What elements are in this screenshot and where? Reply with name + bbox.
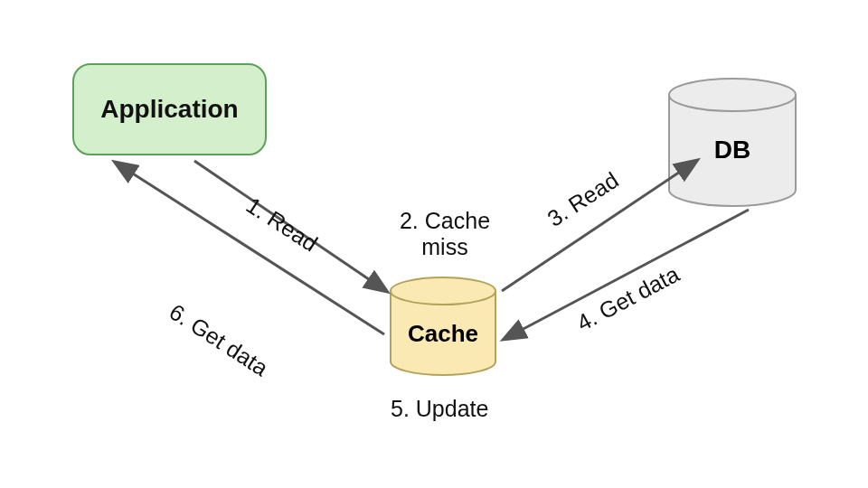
cache-label: Cache xyxy=(408,320,478,347)
diagram-canvas: DB Cache Application 1. Read 2. Cache mi… xyxy=(0,0,868,488)
application-node: Application xyxy=(72,63,267,155)
db-label: DB xyxy=(714,136,750,164)
db-node: DB xyxy=(669,79,796,206)
svg-point-1 xyxy=(391,277,495,305)
application-label: Application xyxy=(100,95,238,124)
step-2-label: 2. Cache miss xyxy=(391,208,499,260)
cache-node: Cache xyxy=(391,277,495,375)
step-5-label: 5. Update xyxy=(391,396,488,422)
arrow-getdata-cache-to-app xyxy=(116,163,384,334)
svg-point-0 xyxy=(669,79,796,111)
arrow-getdata-db-to-cache xyxy=(505,210,749,339)
